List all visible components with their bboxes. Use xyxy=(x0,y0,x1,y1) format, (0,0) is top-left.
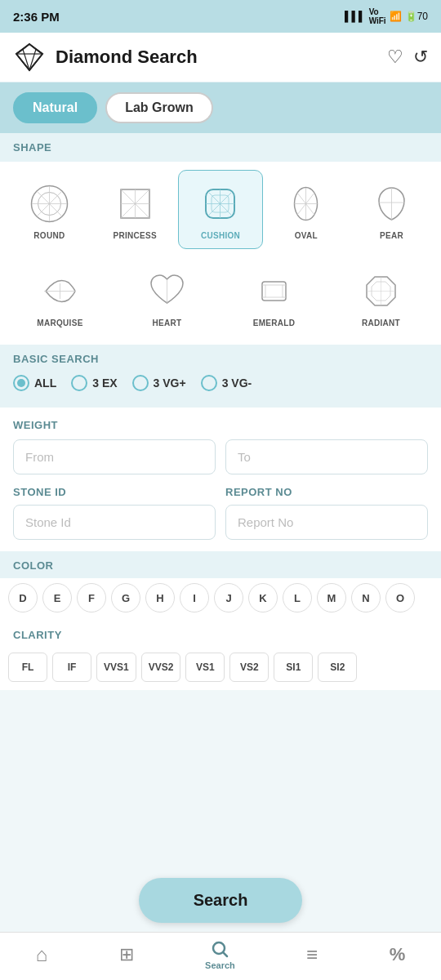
pear-icon xyxy=(368,179,416,228)
nav-search[interactable]: Search xyxy=(205,939,235,970)
princess-icon xyxy=(110,179,159,228)
radio-3vgminus-circle xyxy=(201,375,217,391)
clarity-item-if[interactable]: IF xyxy=(52,653,91,682)
svg-line-13 xyxy=(121,203,136,218)
status-time: 2:36 PM xyxy=(13,10,60,24)
color-item-m[interactable]: M xyxy=(317,583,346,612)
status-bar: 2:36 PM ▌▌▌ VoWiFi 📶 🔋70 xyxy=(0,0,441,33)
round-icon xyxy=(24,179,74,228)
percent-icon: % xyxy=(390,944,406,965)
shape-pear[interactable]: PEAR xyxy=(349,170,434,249)
heart-icon xyxy=(143,266,192,315)
radio-all-label: ALL xyxy=(34,376,56,390)
radiant-label: RADIANT xyxy=(362,318,400,327)
weight-section: WEIGHT xyxy=(0,408,441,486)
color-item-d[interactable]: D xyxy=(8,583,38,612)
clarity-item-fl[interactable]: FL xyxy=(8,653,47,682)
report-no-input[interactable] xyxy=(225,505,428,540)
svg-line-14 xyxy=(135,203,149,218)
radio-3vgplus-circle xyxy=(132,375,149,391)
home-icon: ⌂ xyxy=(36,943,48,966)
weight-from-input[interactable] xyxy=(13,439,216,474)
clarity-item-si2[interactable]: SI2 xyxy=(318,653,357,682)
shape-emerald[interactable]: EMERALD xyxy=(220,257,327,336)
clarity-item-vs2[interactable]: VS2 xyxy=(229,653,269,682)
battery-icon: 🔋70 xyxy=(405,11,428,22)
color-item-n[interactable]: N xyxy=(351,583,381,612)
calculator-icon: ⊞ xyxy=(119,944,134,965)
radio-3ex[interactable]: 3 EX xyxy=(71,375,117,391)
clarity-item-vvs2[interactable]: VVS2 xyxy=(141,653,181,682)
oval-label: OVAL xyxy=(295,231,318,240)
id-row-labels: STONE ID REPORT NO xyxy=(13,486,428,498)
oval-icon xyxy=(282,179,331,228)
color-item-l[interactable]: L xyxy=(283,583,312,612)
color-item-j[interactable]: J xyxy=(214,583,243,612)
radio-3ex-circle xyxy=(71,375,87,391)
color-item-o[interactable]: O xyxy=(385,583,415,612)
shape-oval[interactable]: OVAL xyxy=(263,170,349,249)
shape-round[interactable]: ROUND xyxy=(7,170,92,249)
status-icons: ▌▌▌ VoWiFi 📶 🔋70 xyxy=(345,7,428,25)
color-item-k[interactable]: K xyxy=(248,583,278,612)
radio-3vgplus[interactable]: 3 VG+ xyxy=(132,375,186,391)
header: Diamond Search ♡ ↺ xyxy=(0,33,441,82)
refresh-icon[interactable]: ↺ xyxy=(413,47,428,68)
color-item-h[interactable]: H xyxy=(145,583,175,612)
list-icon: ≡ xyxy=(306,945,318,964)
shape-princess[interactable]: PRINCESS xyxy=(92,170,178,249)
marquise-label: MARQUISE xyxy=(37,318,82,327)
clarity-item-vs1[interactable]: VS1 xyxy=(185,653,225,682)
clarity-item-vvs1[interactable]: VVS1 xyxy=(96,653,136,682)
color-item-g[interactable]: G xyxy=(111,583,140,612)
tab-lab-grown[interactable]: Lab Grown xyxy=(105,92,213,123)
cushion-label: CUSHION xyxy=(201,231,240,240)
weight-title: WEIGHT xyxy=(13,419,428,431)
shape-section-label: SHAPE xyxy=(0,133,441,162)
shape-heart[interactable]: HEART xyxy=(114,257,220,336)
shape-marquise[interactable]: MARQUISE xyxy=(7,257,114,336)
radio-all[interactable]: ALL xyxy=(13,375,56,391)
search-button[interactable]: Search xyxy=(139,878,302,923)
svg-line-12 xyxy=(135,189,149,204)
header-actions: ♡ ↺ xyxy=(387,47,428,68)
radio-group: ALL 3 EX 3 VG+ 3 VG- xyxy=(13,375,428,399)
cushion-icon xyxy=(196,179,245,228)
radio-3vgminus[interactable]: 3 VG- xyxy=(201,375,252,391)
nav-home[interactable]: ⌂ xyxy=(36,943,48,966)
shape-grid-row2: MARQUISE HEART EMERALD RADIANT xyxy=(0,257,441,345)
stone-id-label: STONE ID xyxy=(13,486,216,498)
weight-input-row xyxy=(13,439,428,474)
signal-icon: ▌▌▌ xyxy=(345,11,366,22)
id-input-row xyxy=(13,505,428,540)
weight-to-input[interactable] xyxy=(225,439,428,474)
favorites-icon[interactable]: ♡ xyxy=(387,47,403,68)
radio-3vgminus-label: 3 VG- xyxy=(222,376,252,390)
search-nav-icon xyxy=(210,939,229,959)
tabs-container: Natural Lab Grown xyxy=(0,82,441,133)
tab-natural[interactable]: Natural xyxy=(13,92,97,123)
bottom-nav: ⌂ ⊞ Search ≡ % xyxy=(0,932,441,980)
color-item-i[interactable]: I xyxy=(180,583,209,612)
basic-search-title: BASIC SEARCH xyxy=(13,353,428,365)
radiant-icon xyxy=(357,266,406,315)
clarity-scroll: FLIFVVS1VVS2VS1VS2SI1SI2 xyxy=(0,648,441,690)
shape-radiant[interactable]: RADIANT xyxy=(327,257,434,336)
color-scroll: DEFGHIJKLMNO xyxy=(0,578,441,621)
color-section: COLOR DEFGHIJKLMNO xyxy=(0,551,441,621)
svg-line-44 xyxy=(224,953,227,956)
stone-id-input[interactable] xyxy=(13,505,216,540)
shape-cushion[interactable]: CUSHION xyxy=(178,170,264,249)
radio-3ex-label: 3 EX xyxy=(92,376,117,390)
clarity-item-si1[interactable]: SI1 xyxy=(274,653,313,682)
vo-label: VoWiFi xyxy=(369,7,386,25)
color-item-f[interactable]: F xyxy=(77,583,106,612)
nav-percent[interactable]: % xyxy=(390,944,406,965)
nav-list[interactable]: ≡ xyxy=(306,945,318,964)
clarity-title: CLARITY xyxy=(0,629,441,648)
pear-label: PEAR xyxy=(380,231,403,240)
basic-search-section: BASIC SEARCH ALL 3 EX 3 VG+ 3 VG- xyxy=(0,345,441,408)
color-item-e[interactable]: E xyxy=(42,583,72,612)
radio-3vgplus-label: 3 VG+ xyxy=(154,376,186,390)
nav-calculator[interactable]: ⊞ xyxy=(119,944,134,965)
